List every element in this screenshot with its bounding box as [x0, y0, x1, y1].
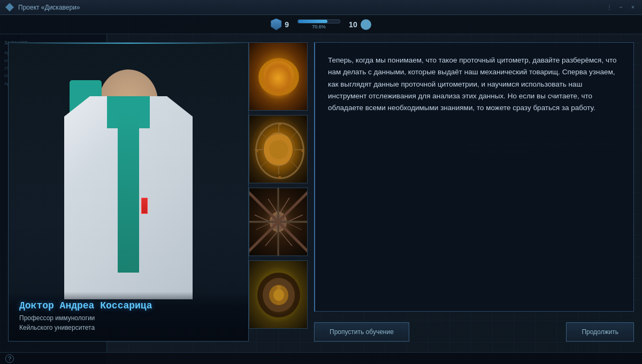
hud-resource-1-value: 9 [285, 20, 289, 29]
svg-line-12 [291, 161, 297, 168]
gear-icon [361, 19, 371, 30]
images-column [249, 42, 308, 342]
svg-point-1 [264, 61, 294, 89]
status-bar: ? [0, 352, 642, 364]
svg-point-26 [277, 285, 281, 290]
doctor-body [54, 53, 203, 299]
svg-point-4 [269, 140, 288, 159]
micro-image-4-svg [249, 261, 308, 329]
hud-progress-label: 70.6% [312, 24, 326, 29]
svg-line-15 [279, 198, 289, 215]
svg-line-11 [260, 161, 267, 168]
hud-bar: 9 70.6% 10 [0, 15, 642, 34]
svg-point-27 [277, 301, 280, 304]
title-logo [5, 3, 14, 12]
skip-button[interactable]: Пропустить обучение [314, 322, 409, 342]
micro-image-3 [249, 188, 308, 256]
dialog-box: Теперь, когда мы понимаем, что такое про… [314, 42, 634, 312]
svg-line-16 [265, 230, 279, 246]
hud-center: 9 70.6% 10 [271, 19, 371, 30]
svg-point-25 [273, 289, 284, 301]
svg-line-18 [255, 215, 271, 222]
svg-line-20 [256, 222, 271, 230]
hud-progress-bar [297, 19, 340, 24]
hud-progress-fill [298, 20, 327, 23]
dialog-buttons[interactable]: Пропустить обучение Продолжить [314, 322, 634, 342]
doctor-title-line2: Кейльского университета [19, 323, 238, 332]
shield-icon [271, 19, 281, 30]
hud-resource-2: 10 [349, 19, 371, 30]
hud-progress: 70.6% [297, 19, 340, 29]
doctor-coat [64, 96, 193, 299]
doctor-figure [9, 43, 248, 299]
dialog-overlay: Доктор Андреа Коссарица Профессор иммуно… [0, 34, 642, 364]
svg-line-21 [286, 222, 302, 230]
hud-resource-1: 9 [271, 19, 289, 30]
dialog-right: Теперь, когда мы понимаем, что такое про… [249, 42, 634, 342]
dialog-right-content: Теперь, когда мы понимаем, что такое про… [314, 42, 634, 342]
continue-button[interactable]: Продолжить [566, 322, 634, 342]
svg-point-3 [263, 134, 295, 166]
window-title: Проект «Дискавери» [18, 4, 80, 11]
hud-resource-2-value: 10 [349, 20, 357, 29]
svg-line-19 [286, 215, 303, 222]
micro-image-3-svg [249, 188, 308, 256]
svg-point-0 [258, 58, 299, 96]
micro-image-1-svg [249, 43, 308, 111]
micro-image-2-svg [249, 115, 308, 183]
svg-line-9 [260, 131, 267, 138]
dialog-text: Теперь, когда мы понимаем, что такое про… [328, 55, 621, 114]
help-button[interactable]: ? [5, 354, 14, 363]
close-button[interactable]: × [629, 4, 637, 11]
portrait-info: Доктор Андреа Коссарица Профессор иммуно… [9, 292, 248, 341]
svg-point-13 [271, 215, 286, 230]
menu-button[interactable]: ⋮ [606, 4, 613, 11]
micro-image-2 [249, 115, 308, 183]
doctor-badge [141, 198, 148, 214]
svg-point-2 [269, 66, 286, 81]
doctor-title-line1: Профессор иммунологии [19, 313, 238, 323]
micro-image-4 [249, 260, 308, 329]
title-bar: Проект «Дискавери» ⋮ − × [0, 0, 642, 15]
svg-line-10 [291, 131, 297, 138]
minimize-button[interactable]: − [617, 4, 625, 11]
doctor-inner [118, 112, 139, 273]
micro-image-1 [249, 42, 308, 111]
svg-line-17 [279, 230, 292, 246]
doctor-name: Доктор Андреа Коссарица [19, 300, 238, 311]
svg-line-14 [268, 199, 279, 215]
window-controls[interactable]: ⋮ − × [606, 4, 637, 11]
portrait-panel: Доктор Андреа Коссарица Профессор иммуно… [8, 42, 249, 342]
